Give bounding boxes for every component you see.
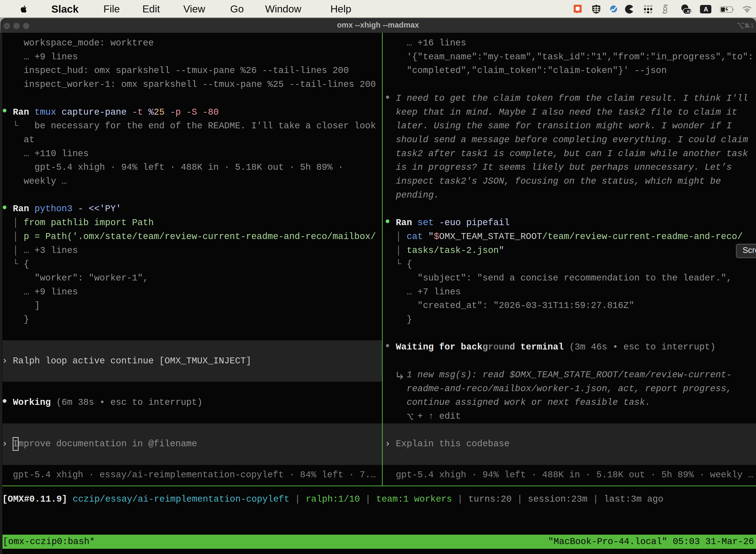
svg-text:..61: ..61 — [685, 9, 691, 13]
svg-text:A: A — [704, 6, 708, 13]
svg-text:1: 1 — [750, 22, 754, 29]
